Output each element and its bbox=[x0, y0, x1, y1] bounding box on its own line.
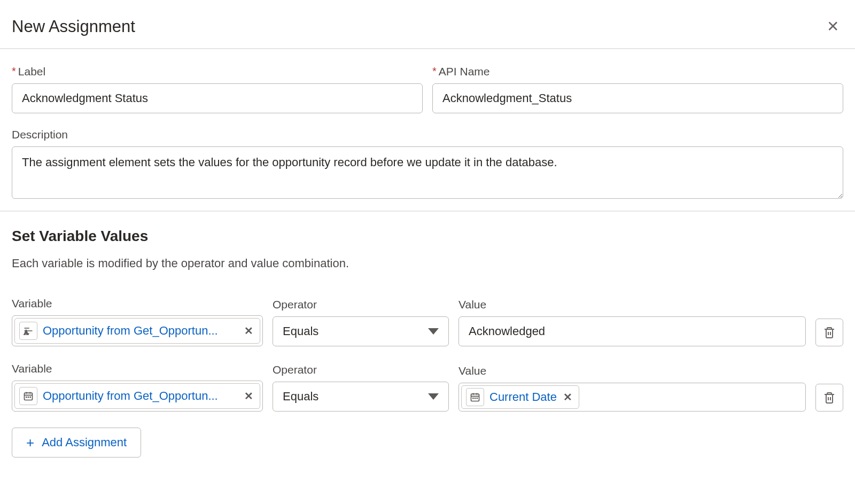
assignment-row: Variable A Opportunity from Get_Opportun… bbox=[12, 297, 843, 346]
svg-rect-6 bbox=[472, 398, 474, 399]
delete-row-button[interactable] bbox=[815, 384, 843, 412]
delete-row-button[interactable] bbox=[815, 319, 843, 346]
trash-icon bbox=[823, 326, 836, 339]
value-input[interactable] bbox=[458, 316, 806, 346]
operator-label: Operator bbox=[273, 298, 449, 311]
close-icon: ✕ bbox=[827, 18, 839, 35]
operator-label: Operator bbox=[273, 363, 449, 376]
operator-col: Operator Equals bbox=[273, 363, 449, 412]
description-field-wrapper: Description bbox=[12, 128, 843, 201]
basic-fields-section: Label API Name Description bbox=[0, 49, 855, 212]
svg-text:A: A bbox=[24, 329, 29, 336]
trash-icon bbox=[823, 391, 836, 404]
api-name-field-label: API Name bbox=[432, 65, 843, 78]
variable-label: Variable bbox=[12, 362, 263, 375]
set-variable-values-section: Set Variable Values Each variable is mod… bbox=[0, 212, 855, 479]
remove-value-button[interactable]: ✕ bbox=[562, 391, 573, 404]
svg-rect-7 bbox=[475, 398, 476, 399]
operator-select[interactable]: Equals bbox=[273, 382, 449, 412]
section-help-text: Each variable is modified by the operato… bbox=[12, 257, 843, 270]
dialog-title: New Assignment bbox=[12, 17, 135, 36]
svg-rect-3 bbox=[28, 397, 29, 398]
value-pill-label: Current Date bbox=[489, 390, 557, 404]
value-label: Value bbox=[458, 365, 806, 377]
chevron-down-icon bbox=[428, 328, 439, 335]
add-assignment-label: Add Assignment bbox=[42, 436, 127, 449]
add-assignment-button[interactable]: + Add Assignment bbox=[12, 428, 141, 458]
close-button[interactable]: ✕ bbox=[822, 15, 843, 38]
variable-col: Variable A Opportunity from Get_Opportun… bbox=[12, 297, 263, 346]
plus-icon: + bbox=[26, 436, 34, 449]
variable-pill-label: Opportunity from Get_Opportun... bbox=[43, 324, 238, 338]
description-field-label: Description bbox=[12, 128, 843, 141]
operator-value: Equals bbox=[283, 390, 318, 404]
operator-value: Equals bbox=[283, 324, 318, 338]
description-textarea[interactable] bbox=[12, 146, 843, 199]
svg-rect-2 bbox=[26, 397, 27, 398]
text-type-icon: A bbox=[19, 322, 37, 340]
date-type-icon bbox=[466, 388, 484, 406]
value-pill: Current Date ✕ bbox=[461, 385, 579, 409]
label-input[interactable] bbox=[12, 83, 423, 113]
value-col: Value bbox=[458, 298, 806, 346]
remove-variable-button[interactable]: ✕ bbox=[243, 324, 254, 337]
api-name-field-wrapper: API Name bbox=[432, 65, 843, 113]
section-title: Set Variable Values bbox=[12, 228, 843, 245]
svg-rect-4 bbox=[30, 397, 32, 398]
operator-col: Operator Equals bbox=[273, 298, 449, 346]
dialog-header: New Assignment ✕ bbox=[0, 0, 855, 49]
svg-rect-8 bbox=[477, 398, 478, 399]
variable-pill-label: Opportunity from Get_Opportun... bbox=[43, 389, 238, 403]
value-label: Value bbox=[458, 298, 806, 311]
api-name-input[interactable] bbox=[432, 83, 843, 113]
variable-col: Variable Opportunity from Get_Opportun..… bbox=[12, 362, 263, 412]
operator-select[interactable]: Equals bbox=[273, 316, 449, 346]
date-type-icon bbox=[19, 387, 37, 405]
variable-pill: Opportunity from Get_Opportun... ✕ bbox=[14, 383, 260, 409]
label-field-wrapper: Label bbox=[12, 65, 423, 113]
assignment-row: Variable Opportunity from Get_Opportun..… bbox=[12, 362, 843, 412]
variable-pill: A Opportunity from Get_Opportun... ✕ bbox=[14, 318, 260, 344]
value-col: Value Current Date ✕ bbox=[458, 365, 806, 412]
value-input[interactable]: Current Date ✕ bbox=[458, 383, 806, 412]
remove-variable-button[interactable]: ✕ bbox=[243, 390, 254, 402]
variable-input[interactable]: A Opportunity from Get_Opportun... ✕ bbox=[12, 315, 263, 346]
variable-input[interactable]: Opportunity from Get_Opportun... ✕ bbox=[12, 381, 263, 412]
label-field-label: Label bbox=[12, 65, 423, 78]
variable-label: Variable bbox=[12, 297, 263, 310]
chevron-down-icon bbox=[428, 393, 439, 400]
